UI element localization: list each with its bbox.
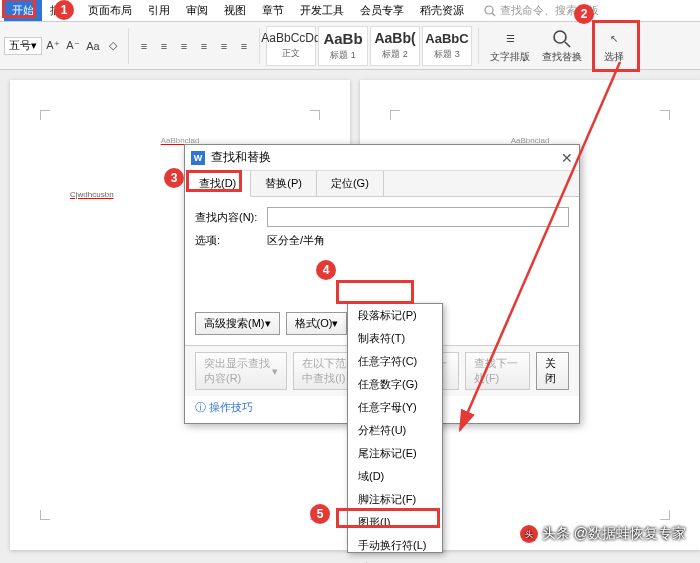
ribbon-tabs: 开始 插入 页面布局 引用 审阅 视图 章节 开发工具 会员专享 稻壳资源 查找… (0, 0, 700, 22)
find-label: 查找内容(N): (195, 210, 267, 225)
justify-icon[interactable]: ≡ (235, 37, 253, 55)
font-size-select[interactable]: 五号 ▾ (4, 37, 42, 55)
style-h3[interactable]: AaBbC标题 3 (422, 26, 472, 66)
menu-tab-char[interactable]: 制表符(T) (348, 327, 442, 350)
menu-any-letter[interactable]: 任意字母(Y) (348, 396, 442, 419)
menu-manual-pagebreak[interactable]: 手动分页符(K) (348, 557, 442, 563)
tips-link[interactable]: ⓘ 操作技巧 (195, 401, 253, 413)
options-value: 区分全/半角 (267, 233, 325, 248)
watermark-logo-icon: 头 (520, 525, 538, 543)
menu-footnote-mark[interactable]: 脚注标记(F) (348, 488, 442, 511)
magnifier-icon (552, 28, 572, 50)
font-group: 五号 ▾ A⁺ A⁻ Aa ◇ (4, 37, 122, 55)
find-replace-button[interactable]: 查找替换 (537, 24, 587, 68)
svg-point-0 (485, 6, 493, 14)
grow-font-icon[interactable]: A⁺ (44, 37, 62, 55)
tab-reference[interactable]: 引用 (140, 0, 178, 21)
style-gallery: AaBbCcDd正文 AaBb标题 1 AaBb(标题 2 AaBbC标题 3 (266, 26, 472, 66)
menu-any-char[interactable]: 任意字符(C) (348, 350, 442, 373)
cursor-icon: ↖ (610, 28, 618, 50)
special-format-menu: 段落标记(P) 制表符(T) 任意字符(C) 任意数字(G) 任意字母(Y) 分… (347, 303, 443, 553)
options-label: 选项: (195, 233, 267, 248)
tab-dev[interactable]: 开发工具 (292, 0, 352, 21)
tab-view[interactable]: 视图 (216, 0, 254, 21)
dialog-titlebar[interactable]: W 查找和替换 ✕ (185, 145, 579, 171)
style-h2[interactable]: AaBb(标题 2 (370, 26, 420, 66)
style-h1[interactable]: AaBb标题 1 (318, 26, 368, 66)
tab-replace[interactable]: 替换(P) (251, 171, 317, 196)
tab-review[interactable]: 审阅 (178, 0, 216, 21)
text-arrange-icon: ☰ (506, 28, 515, 50)
annotation-circle-1: 1 (54, 0, 74, 20)
numbers-icon[interactable]: ≡ (155, 37, 173, 55)
bullets-icon[interactable]: ≡ (135, 37, 153, 55)
svg-point-2 (554, 31, 566, 43)
find-input[interactable] (267, 207, 569, 227)
dialog-tabs: 查找(D) 替换(P) 定位(G) (185, 171, 579, 197)
tab-chapter[interactable]: 章节 (254, 0, 292, 21)
dialog-title: 查找和替换 (211, 149, 271, 166)
svg-line-3 (565, 42, 570, 47)
annotation-circle-4: 4 (316, 260, 336, 280)
find-next-button[interactable]: 查找下一处(F) (465, 352, 530, 390)
tab-start[interactable]: 开始 (4, 0, 42, 21)
watermark: 头 头条 @数据蛙恢复专家 (520, 525, 686, 543)
tab-resource[interactable]: 稻壳资源 (412, 0, 472, 21)
style-normal[interactable]: AaBbCcDd正文 (266, 26, 316, 66)
text-arrange-button[interactable]: ☰文字排版 (485, 24, 535, 68)
page-text: Cjwdhcusbn (70, 190, 114, 199)
search-icon (484, 5, 496, 17)
clear-format-icon[interactable]: ◇ (104, 37, 122, 55)
menu-any-digit[interactable]: 任意数字(G) (348, 373, 442, 396)
select-button[interactable]: ↖选择 (589, 24, 639, 68)
align-left-icon[interactable]: ≡ (175, 37, 193, 55)
ribbon-body: 五号 ▾ A⁺ A⁻ Aa ◇ ≡ ≡ ≡ ≡ ≡ ≡ AaBbCcDd正文 A… (0, 22, 700, 70)
menu-field[interactable]: 域(D) (348, 465, 442, 488)
align-right-icon[interactable]: ≡ (215, 37, 233, 55)
tab-find[interactable]: 查找(D) (185, 171, 251, 197)
format-button[interactable]: 格式(O) ▾ (286, 312, 348, 335)
menu-graphic[interactable]: 图形(I) (348, 511, 442, 534)
advanced-search-button[interactable]: 高级搜索(M) ▾ (195, 312, 280, 335)
svg-line-1 (492, 13, 495, 16)
annotation-circle-2: 2 (574, 4, 594, 24)
annotation-circle-3: 3 (164, 168, 184, 188)
menu-column-break[interactable]: 分栏符(U) (348, 419, 442, 442)
close-button[interactable]: 关闭 (536, 352, 569, 390)
menu-manual-linebreak[interactable]: 手动换行符(L) (348, 534, 442, 557)
shrink-font-icon[interactable]: A⁻ (64, 37, 82, 55)
menu-paragraph-mark[interactable]: 段落标记(P) (348, 304, 442, 327)
change-case-icon[interactable]: Aa (84, 37, 102, 55)
align-center-icon[interactable]: ≡ (195, 37, 213, 55)
tab-vip[interactable]: 会员专享 (352, 0, 412, 21)
menu-endnote-mark[interactable]: 尾注标记(E) (348, 442, 442, 465)
tab-goto[interactable]: 定位(G) (317, 171, 384, 196)
highlight-button[interactable]: 突出显示查找内容(R) ▾ (195, 352, 287, 390)
para-group: ≡ ≡ ≡ ≡ ≡ ≡ (135, 37, 253, 55)
tab-layout[interactable]: 页面布局 (80, 0, 140, 21)
close-icon[interactable]: ✕ (561, 150, 573, 166)
annotation-circle-5: 5 (310, 504, 330, 524)
app-icon: W (191, 151, 205, 165)
